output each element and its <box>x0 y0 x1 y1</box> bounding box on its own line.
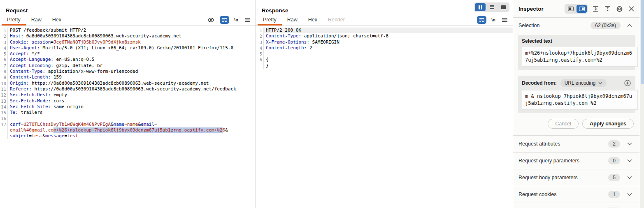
line-content: Sec-Fetch-Dest: empty <box>8 92 67 98</box>
response-tab-icons: \n <box>477 15 509 25</box>
response-tab-raw[interactable]: Raw <box>282 15 303 25</box>
inspector-section-request-cookies[interactable]: Request cookies1 <box>513 186 639 203</box>
code-line[interactable]: 14Sec-Fetch-Site: same-origin <box>0 104 256 110</box>
request-tab-hex[interactable]: Hex <box>47 15 67 25</box>
editor-layout-switch <box>474 2 509 12</box>
selection-length-badge: 62 (0x3e) <box>591 22 621 29</box>
code-line[interactable]: subject=test&message=test <box>0 133 256 139</box>
code-line[interactable]: 15Te: trailers <box>0 110 256 116</box>
code-line[interactable]: 7Accept-Encoding: gzip, deflate, br <box>0 63 256 69</box>
apply-changes-button[interactable]: Apply changes <box>582 119 634 129</box>
code-line[interactable]: 16 <box>0 116 256 121</box>
code-line[interactable]: 10Origin: https://0a8d00a50309104383adc8… <box>0 81 256 86</box>
decoded-card: Decoded from: URL encoding m & n <box>518 76 635 113</box>
chevron-down-icon[interactable] <box>625 140 634 148</box>
layout-rows-icon[interactable] <box>486 3 497 11</box>
code-line[interactable]: 8Content-Type: application/x-www-form-ur… <box>0 69 256 74</box>
layout-columns-icon[interactable] <box>475 3 486 11</box>
code-line[interactable]: 4Content-Length: 2 <box>256 45 513 51</box>
code-line[interactable]: 5Accept: */* <box>0 51 256 57</box>
dock-left-icon[interactable] <box>565 5 576 13</box>
request-tab-raw[interactable]: Raw <box>26 15 47 25</box>
decoded-text-value[interactable]: m & nslookup 7hpiok6lj9byx09dcnzm67uj5ab… <box>522 90 638 110</box>
selected-text-value[interactable]: m+%26+nslookup+7hpiok6lj9byx09dcnzm67uj5… <box>522 47 638 67</box>
code-line[interactable]: 3X-Frame-Options: SAMEORIGIN <box>256 39 513 45</box>
request-tab-pretty[interactable]: Pretty <box>2 15 26 25</box>
line-number: 7 <box>0 63 8 69</box>
code-line[interactable]: } <box>256 63 513 69</box>
request-tab-icons: \n <box>207 15 251 25</box>
selection-label: Selection <box>518 23 586 28</box>
code-line[interactable]: 9Content-Length: 159 <box>0 74 256 80</box>
code-line[interactable]: 13Sec-Fetch-Mode: cors <box>0 98 256 104</box>
decoding-dropdown[interactable]: URL encoding <box>560 79 607 87</box>
inspector-actions: Cancel Apply changes <box>518 119 634 129</box>
inspector-section-request-body-parameters[interactable]: Request body parameters5 <box>513 169 639 186</box>
line-content: HTTP/2 200 OK <box>264 28 513 33</box>
code-line[interactable]: 17csrf=U2TQTLChssDvyTb1w8WqK4m46NPvPEgA&… <box>0 122 256 127</box>
soft-wrap-icon[interactable] <box>220 16 229 24</box>
code-line[interactable]: 6Accept-Language: en-US,en;q=0.5 <box>0 57 256 62</box>
line-number: 5 <box>256 51 264 57</box>
line-number: 3 <box>0 39 8 45</box>
inspector-title: Inspector <box>518 6 561 12</box>
response-tab-render[interactable]: Render <box>323 15 350 25</box>
chevron-up-icon[interactable] <box>625 21 634 30</box>
request-tabs: PrettyRawHex <box>0 15 256 26</box>
dock-right-icon[interactable] <box>577 5 587 13</box>
line-number: 12 <box>0 92 8 98</box>
code-line[interactable]: 2Host: 0a8d00a50309104383adc8cb00890063.… <box>0 33 256 39</box>
layout-single-icon[interactable] <box>498 3 509 11</box>
show-newlines-icon[interactable]: \n <box>491 17 495 22</box>
chevron-down-icon[interactable] <box>625 190 634 199</box>
line-number: 5 <box>0 51 8 57</box>
inspector-dock-toggle <box>565 4 588 14</box>
soft-wrap-icon[interactable] <box>477 16 486 24</box>
code-line[interactable]: 12Sec-Fetch-Dest: empty <box>0 92 256 98</box>
line-number: 6 <box>256 57 264 62</box>
line-number: 6 <box>0 57 8 62</box>
response-tab-hex[interactable]: Hex <box>303 15 323 25</box>
code-line[interactable]: 5 <box>256 51 513 57</box>
line-number: 14 <box>0 104 8 110</box>
code-line[interactable]: email%40gmail.com+%26+nslookup+7hpiok6lj… <box>0 127 256 133</box>
inspector-panel: Inspector <box>513 0 644 208</box>
add-decoding-layer-plus-icon[interactable] <box>623 79 632 87</box>
line-content: Origin: https://0a8d00a50309104383adc8cb… <box>8 81 209 86</box>
selection-section-header[interactable]: Selection 62 (0x3e) <box>513 17 639 33</box>
code-line[interactable]: 6{ <box>256 57 513 62</box>
response-tab-pretty[interactable]: Pretty <box>258 15 282 25</box>
inspector-scrollbar[interactable] <box>640 0 644 208</box>
code-line[interactable]: 11Referer: https://0a8d00a50309104383adc… <box>0 86 256 92</box>
expand-all-sections-icon[interactable] <box>591 5 600 13</box>
code-line[interactable]: 1HTTP/2 200 OK <box>256 28 513 33</box>
code-line[interactable]: 1POST /feedback/submit HTTP/2 <box>0 28 256 33</box>
response-menu-icon[interactable] <box>500 16 509 24</box>
line-number: 1 <box>256 28 264 33</box>
chevron-down-icon[interactable] <box>625 157 634 165</box>
line-content: Referer: https://0a8d00a50309104383adc8c… <box>8 86 236 92</box>
settings-gear-icon[interactable] <box>615 5 623 13</box>
section-label: Request body parameters <box>518 175 603 180</box>
scrollbar-thumb[interactable] <box>641 0 644 84</box>
line-content: POST /feedback/submit HTTP/2 <box>8 28 86 33</box>
decoded-from-label: Decoded from: <box>522 80 557 86</box>
line-content: csrf=U2TQTLChssDvyTb1w8WqK4m46NPvPEgA&na… <box>8 122 157 127</box>
inspector-section-request-query-parameters[interactable]: Request query parameters0 <box>513 152 639 169</box>
request-editor[interactable]: 1POST /feedback/submit HTTP/22Host: 0a8d… <box>0 26 256 139</box>
response-editor[interactable]: 1HTTP/2 200 OK2Content-Type: application… <box>256 26 513 69</box>
request-menu-icon[interactable] <box>243 16 251 24</box>
code-line[interactable]: 3Cookie: session=Jcg6TNaNQTjDSbOJvyOP9dX… <box>0 39 256 45</box>
hide-matches-eye-off-icon[interactable] <box>207 16 215 24</box>
chevron-down-icon[interactable] <box>625 173 634 182</box>
request-panel: Request PrettyRawHex <box>0 0 256 208</box>
collapse-all-sections-icon[interactable] <box>603 5 611 13</box>
inspector-section-request-headers[interactable]: Request headers17 <box>513 203 639 208</box>
inspector-sections: Request attributes2Request query paramet… <box>513 135 639 208</box>
show-newlines-icon[interactable]: \n <box>234 17 238 22</box>
cancel-button[interactable]: Cancel <box>548 119 579 129</box>
code-line[interactable]: 2Content-Type: application/json; charset… <box>256 33 513 39</box>
inspector-section-request-attributes[interactable]: Request attributes2 <box>513 135 639 152</box>
close-inspector-icon[interactable] <box>627 5 635 13</box>
code-line[interactable]: 4User-Agent: Mozilla/5.0 (X11; Linux x86… <box>0 45 256 51</box>
